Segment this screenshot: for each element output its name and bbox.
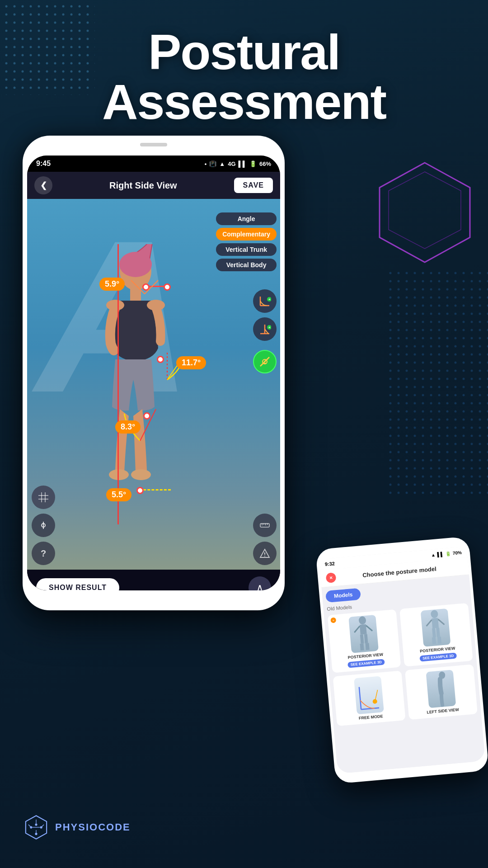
model-grid: + POSTERIOR VIEW <box>328 603 478 726</box>
status-bar: 9:45 • 📳 ▲ 4G ▌▌ 🔋 66% <box>27 156 280 172</box>
ruler-icon <box>259 520 270 531</box>
main-phone: 9:45 • 📳 ▲ 4G ▌▌ 🔋 66% ❮ Right Side View… <box>23 136 285 610</box>
svg-rect-53 <box>432 628 436 637</box>
back-button[interactable]: ❮ <box>34 176 52 194</box>
show-result-button[interactable]: SHOW RESULT <box>36 578 119 590</box>
svg-point-49 <box>431 610 439 618</box>
phone-speaker <box>140 143 167 146</box>
svg-marker-5 <box>389 172 461 249</box>
dashed-ankle-line <box>139 489 171 491</box>
page-title: Postural Assessment <box>0 27 488 127</box>
signal-bars-icon: ▌▌ <box>239 160 247 167</box>
secondary-content: Models Old Models + <box>321 575 485 774</box>
question-icon: ? <box>41 548 46 559</box>
angle-badge-4: 5.5° <box>106 488 131 501</box>
ruler-button[interactable] <box>253 514 277 537</box>
model-example-1[interactable]: SEE EXAMPLE 3D <box>347 659 385 668</box>
model-card-4[interactable]: LEFT SIDE VIEW <box>405 664 478 720</box>
filter-icon <box>38 520 49 531</box>
svg-rect-48 <box>365 643 369 650</box>
svg-line-69 <box>28 825 31 827</box>
warning-icon <box>259 548 270 559</box>
svg-point-71 <box>35 833 37 835</box>
warning-button[interactable] <box>253 542 277 565</box>
angle-tool-btn-1[interactable]: + <box>253 289 277 313</box>
chevron-up-icon: ∧ <box>256 582 263 590</box>
menu-item-angle[interactable]: Angle <box>216 212 277 225</box>
neon-hex-decoration <box>371 158 479 312</box>
logo-code: CODE <box>98 821 131 833</box>
measurement-dot-2 <box>164 283 171 291</box>
angle-value-2: 11.7° <box>182 358 201 367</box>
bottom-left-buttons: ? <box>32 486 55 565</box>
angle-tool-icon-1: + <box>258 295 271 307</box>
models-tab[interactable]: Models <box>325 588 361 603</box>
skeleton-figure-2 <box>421 609 451 647</box>
status-time: 9:45 <box>36 160 51 168</box>
secondary-wifi-icon: ▲ <box>431 552 436 557</box>
secondary-battery-icon: 🔋 <box>445 551 451 556</box>
battery-icon: 🔋 <box>249 160 257 167</box>
svg-rect-42 <box>360 624 367 635</box>
angle-badge-1: 5.9° <box>99 278 125 291</box>
question-button[interactable]: ? <box>32 542 55 565</box>
svg-rect-47 <box>360 643 364 651</box>
dot-icon: • <box>205 160 207 167</box>
svg-rect-50 <box>432 618 439 628</box>
side-view-figure <box>426 670 456 708</box>
model-name-2: POSTERIOR VIEW <box>407 645 468 655</box>
physiocode-logo-icon <box>23 814 50 841</box>
title-section: Postural Assessment <box>0 27 488 127</box>
svg-point-11 <box>131 469 151 480</box>
model-figure-1 <box>348 615 379 653</box>
svg-line-52 <box>438 619 444 625</box>
grid-button[interactable] <box>32 486 55 509</box>
save-button[interactable]: SAVE <box>234 178 273 193</box>
logo-physio: PHYSIO <box>55 821 98 833</box>
measurement-dot-6 <box>136 487 144 494</box>
signal-label: 4G <box>228 160 235 167</box>
app-header: ❮ Right Side View SAVE <box>27 172 280 199</box>
svg-line-43 <box>354 626 360 632</box>
svg-rect-33 <box>260 524 269 527</box>
chevron-up-button[interactable]: ∧ <box>249 576 271 590</box>
model-dot-1: + <box>330 617 336 623</box>
svg-line-58 <box>359 687 361 710</box>
angle-tool-btn-active[interactable]: ∠ <box>253 350 277 373</box>
model-example-2[interactable]: SEE EXAMPLE 3D <box>420 653 457 662</box>
svg-line-51 <box>426 620 432 626</box>
filter-button[interactable] <box>32 514 55 537</box>
menu-item-vertical-body[interactable]: Vertical Body <box>216 259 277 271</box>
view-title: Right Side View <box>109 180 177 191</box>
tool-buttons: + + ∠ <box>253 289 277 373</box>
close-button[interactable]: × <box>326 572 337 583</box>
battery-label: 66% <box>259 160 271 167</box>
svg-point-59 <box>372 699 377 704</box>
logo-text: PHYSIOCODE <box>55 821 131 833</box>
svg-rect-45 <box>360 634 364 644</box>
angle-tool-btn-2[interactable]: + <box>253 317 277 341</box>
menu-item-vertical-trunk[interactable]: Vertical Trunk <box>216 243 277 256</box>
vibrate-icon: 📳 <box>209 160 216 167</box>
svg-rect-54 <box>436 628 440 637</box>
svg-point-10 <box>109 469 129 480</box>
angle-badge-3: 8.3° <box>115 420 141 434</box>
svg-point-64 <box>35 823 37 826</box>
model-card-2[interactable]: POSTERIOR VIEW SEE EXAMPLE 3D <box>399 603 473 667</box>
phone-screen: 9:45 • 📳 ▲ 4G ▌▌ 🔋 66% ❮ Right Side View… <box>27 156 280 590</box>
menu-vertical-body-label: Vertical Body <box>226 261 267 269</box>
model-name-1: POSTERIOR VIEW <box>335 651 396 661</box>
secondary-status-icons: ▲ ▌▌ 🔋 70% <box>431 550 462 557</box>
svg-rect-55 <box>432 637 436 644</box>
menu-item-complementary[interactable]: Complementary <box>216 228 277 241</box>
svg-text:∠: ∠ <box>263 359 267 364</box>
side-menu: Angle Complementary Vertical Trunk Verti… <box>216 212 277 271</box>
model-figure-2 <box>421 609 451 647</box>
model-figure-3 <box>354 676 384 714</box>
angle-value-3: 8.3° <box>121 422 135 431</box>
model-card-3[interactable]: FREE MODE <box>333 670 406 726</box>
title-line2: Assessment <box>102 74 386 129</box>
bottom-right-buttons <box>253 514 277 565</box>
model-card-1[interactable]: + POSTERIOR VIEW <box>328 609 401 673</box>
back-icon: ❮ <box>40 180 47 190</box>
